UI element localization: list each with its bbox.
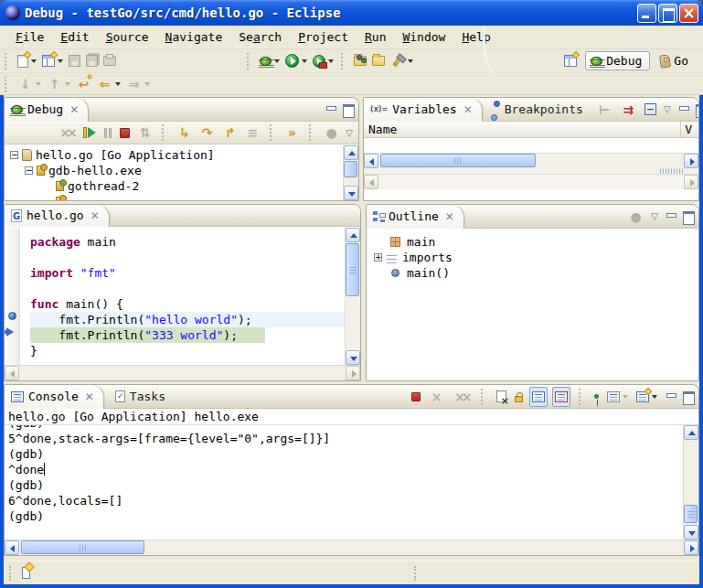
scrollbar-thumb[interactable] xyxy=(21,540,144,554)
scrollbar-thumb[interactable] xyxy=(344,161,357,177)
scroll-down-arrow[interactable] xyxy=(344,186,358,200)
collapse-toggle-icon[interactable]: − xyxy=(10,151,18,159)
close-tab-icon[interactable]: ✕ xyxy=(69,103,79,116)
step-return-button[interactable]: ↱ xyxy=(220,123,240,143)
external-tools-button[interactable] xyxy=(311,51,336,71)
tree-row-thread[interactable]: gothread-2 xyxy=(5,178,343,194)
scroll-up-arrow[interactable] xyxy=(344,145,358,160)
maximize-view-button[interactable] xyxy=(683,211,695,221)
suspend-button[interactable] xyxy=(101,123,114,143)
remove-all-terminated-button[interactable]: ×× xyxy=(56,123,78,143)
debug-view-menu-extra-button[interactable]: ● xyxy=(322,123,341,143)
new-project-button[interactable] xyxy=(40,51,65,71)
debug-tree-vertical-scrollbar[interactable] xyxy=(343,145,358,200)
maximize-view-button[interactable] xyxy=(696,104,699,114)
back-button[interactable]: ⇐ xyxy=(95,74,122,94)
menu-edit[interactable]: Edit xyxy=(52,28,97,46)
display-selected-console-button[interactable] xyxy=(605,387,630,407)
remove-all-terminated-button[interactable]: ×× xyxy=(451,387,473,407)
tab-console[interactable]: Console ✕ xyxy=(5,385,104,409)
perspective-debug-button[interactable]: Debug xyxy=(585,51,650,70)
step-over-button[interactable]: ↷ xyxy=(197,123,217,143)
resume-button[interactable] xyxy=(81,123,98,143)
outline-sort-button[interactable]: ● xyxy=(626,207,645,227)
view-menu-chevron[interactable]: ▽ xyxy=(649,211,660,221)
scroll-left-arrow[interactable] xyxy=(5,540,19,555)
terminate-button[interactable] xyxy=(118,123,132,143)
open-type-button[interactable] xyxy=(352,51,368,71)
use-step-filters-button[interactable]: » xyxy=(282,123,302,143)
show-stderr-button[interactable] xyxy=(552,387,570,407)
console-vertical-scrollbar[interactable] xyxy=(683,425,698,540)
pin-console-button[interactable] xyxy=(592,387,601,407)
outline-item-imports[interactable]: + imports xyxy=(374,250,698,265)
view-menu-chevron[interactable]: ▽ xyxy=(344,128,355,138)
search-button[interactable] xyxy=(389,51,415,71)
outline-item-package[interactable]: main xyxy=(374,234,698,250)
minimize-view-button[interactable] xyxy=(666,391,677,401)
collapse-toggle-icon[interactable]: − xyxy=(25,166,33,175)
code-area[interactable]: package main import "fmt" func main() { … xyxy=(21,228,345,365)
tab-outline[interactable]: Outline ✕ xyxy=(367,205,464,229)
scroll-left-arrow[interactable] xyxy=(364,175,378,189)
close-tab-icon[interactable]: ✕ xyxy=(463,103,473,116)
breakpoint-marker[interactable] xyxy=(8,312,16,320)
scroll-lock-button[interactable] xyxy=(513,387,525,407)
previous-annotation-button[interactable]: ↑ xyxy=(45,74,72,94)
open-console-button[interactable] xyxy=(634,387,659,407)
menu-file[interactable]: File xyxy=(7,28,52,46)
view-menu-chevron[interactable]: ▽ xyxy=(662,104,673,114)
console-terminate-button[interactable] xyxy=(410,387,422,407)
show-logical-structure-button[interactable]: ⊢ xyxy=(595,100,614,120)
collapse-all-button[interactable]: − xyxy=(643,100,658,120)
scrollbar-thumb[interactable] xyxy=(346,243,359,296)
debug-button[interactable] xyxy=(258,51,282,71)
tab-tasks[interactable]: Tasks xyxy=(104,385,176,409)
menu-window[interactable]: Window xyxy=(394,28,453,46)
outline-item-main-func[interactable]: main() xyxy=(374,265,698,281)
variables-empty-row[interactable] xyxy=(364,138,698,153)
detail-pane-scrollbar[interactable] xyxy=(364,174,698,189)
menu-search[interactable]: Search xyxy=(230,28,290,46)
editor-ruler[interactable] xyxy=(5,228,20,365)
tab-breakpoints[interactable]: Breakpoints xyxy=(483,98,594,122)
maximize-view-button[interactable] xyxy=(683,391,695,401)
close-tab-icon[interactable]: ✕ xyxy=(85,390,94,403)
forward-button[interactable]: ⇒ xyxy=(124,74,152,94)
scroll-right-arrow[interactable] xyxy=(684,540,698,555)
maximize-view-button[interactable] xyxy=(343,104,355,114)
expand-toggle-icon[interactable]: + xyxy=(374,253,382,262)
new-wizard-button[interactable] xyxy=(16,51,38,71)
scroll-right-arrow[interactable] xyxy=(346,366,360,380)
print-button[interactable] xyxy=(101,51,118,71)
clear-console-button[interactable] xyxy=(495,387,508,407)
perspective-go-button[interactable]: Go xyxy=(655,52,696,69)
scrollbar-thumb[interactable] xyxy=(380,154,536,167)
show-stdout-button[interactable] xyxy=(529,387,548,407)
menu-navigate[interactable]: Navigate xyxy=(157,28,231,46)
tree-row-process[interactable]: − gdb-hello.exe xyxy=(5,163,343,178)
menu-help[interactable]: Help xyxy=(453,28,498,46)
tab-variables[interactable]: (x)= Variables ✕ xyxy=(364,98,483,122)
minimize-view-button[interactable] xyxy=(666,211,677,221)
menu-project[interactable]: Project xyxy=(290,28,357,46)
scroll-right-arrow[interactable] xyxy=(684,154,698,168)
run-button[interactable] xyxy=(283,51,309,71)
open-perspective-button[interactable] xyxy=(562,51,579,71)
scroll-up-arrow[interactable] xyxy=(346,228,360,242)
fast-view-button[interactable] xyxy=(22,567,30,579)
scroll-down-arrow[interactable] xyxy=(346,350,360,365)
scroll-left-arrow[interactable] xyxy=(5,366,19,380)
editor-vertical-scrollbar[interactable] xyxy=(345,228,360,365)
scroll-right-arrow[interactable] xyxy=(684,175,698,189)
disconnect-button[interactable]: ⇅ xyxy=(135,123,154,143)
add-global-variables-button[interactable]: ⇉ xyxy=(619,100,638,120)
scroll-up-arrow[interactable] xyxy=(684,425,698,440)
step-into-button[interactable]: ↳ xyxy=(175,123,194,143)
scrollbar-thumb[interactable] xyxy=(684,505,698,523)
editor-horizontal-scrollbar[interactable] xyxy=(5,365,360,380)
next-annotation-button[interactable]: ↓ xyxy=(16,74,43,94)
tab-hello-go[interactable]: G hello.go ✕ xyxy=(5,205,110,227)
close-tab-icon[interactable]: ✕ xyxy=(91,209,100,222)
tab-debug[interactable]: Debug ✕ xyxy=(5,98,89,122)
